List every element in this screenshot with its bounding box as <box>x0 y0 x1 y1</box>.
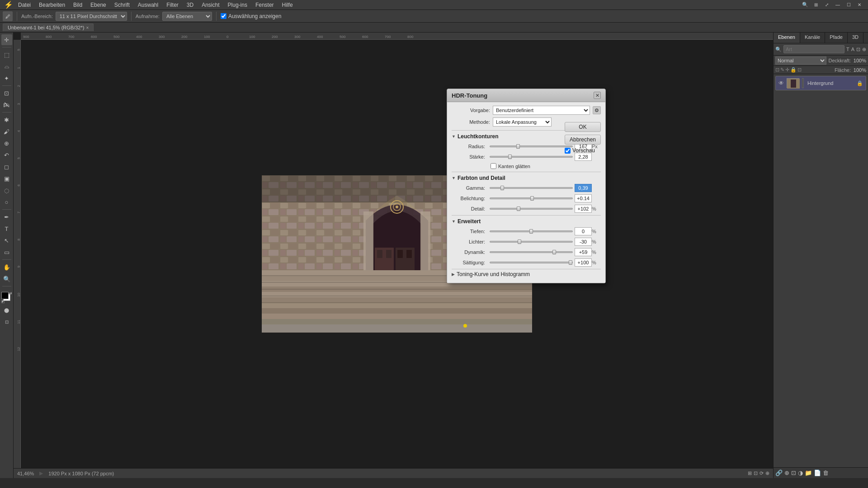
add-mask-icon[interactable]: ⊡ <box>791 469 796 476</box>
swap-colors-icon[interactable]: ⇄ <box>9 291 12 296</box>
search-icon[interactable]: 🔍 <box>800 0 810 10</box>
farbton-header[interactable]: ▼ Farb­ton und Detail <box>452 175 601 181</box>
crop-tool-icon[interactable]: ⊡ <box>1 88 12 99</box>
shape-tool-icon[interactable]: ▭ <box>1 247 12 258</box>
tab-pfade[interactable]: Pfade <box>825 33 848 43</box>
gradient-tool-icon[interactable]: ▣ <box>1 173 12 184</box>
panel-search-icon3[interactable]: A <box>851 47 854 52</box>
detail-value[interactable]: +102 <box>575 205 592 213</box>
preset-select[interactable]: Benutzerdefiniert <box>493 106 590 115</box>
hdr-ok-button[interactable]: OK <box>565 122 601 132</box>
aufnahme-select[interactable]: Alle Ebenen <box>162 12 212 21</box>
aufn-bereich-select[interactable]: 11 x 11 Pixel Durchschnitt <box>56 12 127 21</box>
menu-auswahl[interactable]: Auswahl <box>134 1 162 9</box>
detail-slider[interactable] <box>490 208 573 210</box>
auswahl-checkbox[interactable] <box>221 13 226 19</box>
dynamik-slider[interactable] <box>490 251 573 253</box>
menu-datei[interactable]: Datei <box>14 1 34 9</box>
menu-schrift[interactable]: Schrift <box>111 1 133 9</box>
tab-3d[interactable]: 3D <box>848 33 863 43</box>
menu-bearbeiten[interactable]: Bearbeiten <box>35 1 69 9</box>
panel-search-icon5[interactable]: ⊕ <box>862 47 866 52</box>
add-folder-icon[interactable]: 📁 <box>805 469 812 476</box>
status-icon-2[interactable]: ⊡ <box>754 470 758 476</box>
lasso-tool-icon[interactable]: ⌓ <box>1 61 12 72</box>
healing-brush-icon[interactable]: ✱ <box>1 114 12 125</box>
eyedropper-icon[interactable]: 🖎 <box>1 99 12 110</box>
add-effect-icon[interactable]: ⊕ <box>784 469 789 476</box>
status-icon-4[interactable]: ⊕ <box>765 470 769 476</box>
lichter-slider[interactable] <box>490 241 573 243</box>
eyedropper-tool-icon[interactable]: 🖉 <box>3 11 13 21</box>
foreground-color-swatch[interactable] <box>1 292 9 299</box>
lock-pixels-icon[interactable]: ✎ <box>780 67 784 73</box>
menu-filter[interactable]: Filter <box>163 1 182 9</box>
lock-artboard-icon[interactable]: ⊡ <box>797 67 802 73</box>
menu-ansicht[interactable]: Ansicht <box>198 1 223 9</box>
blend-mode-select[interactable]: Normal <box>775 56 826 65</box>
staerke-value[interactable]: 2,28 <box>575 153 592 161</box>
menu-hilfe[interactable]: Hilfe <box>278 1 297 9</box>
layer-hintergrund[interactable]: 👁 Hintergrund 🔒 <box>775 76 866 90</box>
tab-ebenen[interactable]: Ebenen <box>774 33 800 43</box>
hand-tool-icon[interactable]: ✋ <box>1 262 12 272</box>
text-tool-icon[interactable]: T <box>1 223 12 234</box>
saett-slider[interactable] <box>490 262 573 263</box>
expand-icon[interactable]: ⤢ <box>822 0 832 10</box>
maximize-icon[interactable]: ☐ <box>844 0 854 10</box>
panel-search-icon2[interactable]: T <box>846 47 849 52</box>
menu-fenster[interactable]: Fenster <box>252 1 278 9</box>
staerke-slider[interactable] <box>490 156 573 158</box>
menu-bild[interactable]: Bild <box>70 1 86 9</box>
history-brush-icon[interactable]: ↶ <box>1 150 12 160</box>
add-layer-icon[interactable]: 📄 <box>814 469 821 476</box>
move-tool-icon[interactable]: ✛ <box>1 34 12 45</box>
photoshop-logo-icon[interactable]: ⚡ <box>4 0 14 10</box>
quickmask-icon[interactable]: ⬤ <box>1 305 12 315</box>
tiefen-value[interactable]: 0 <box>575 227 592 235</box>
tab-close-button[interactable]: × <box>86 25 89 30</box>
default-colors-icon[interactable]: ◩ <box>1 300 5 304</box>
method-select[interactable]: Lokale Anpassung <box>493 117 552 127</box>
menu-ebene[interactable]: Ebene <box>87 1 110 9</box>
hdr-close-button[interactable]: ✕ <box>594 92 601 99</box>
clone-stamp-icon[interactable]: ⊕ <box>1 138 12 149</box>
lock-position-icon[interactable]: ✛ <box>785 67 789 73</box>
belicht-value[interactable]: +0.14 <box>575 194 592 202</box>
tiefen-slider[interactable] <box>490 230 573 232</box>
panel-search-input[interactable] <box>783 45 844 53</box>
status-icon-3[interactable]: ⟳ <box>760 470 764 476</box>
zoom-tool-icon[interactable]: 🔍 <box>1 273 12 284</box>
saett-value[interactable]: +100 <box>575 258 592 267</box>
magic-wand-icon[interactable]: ✦ <box>1 73 12 84</box>
canvas-viewport[interactable] <box>21 40 773 468</box>
lock-all-icon[interactable]: 🔒 <box>790 67 797 73</box>
pen-tool-icon[interactable]: ✒ <box>1 211 12 222</box>
gamma-slider[interactable] <box>490 187 573 189</box>
path-select-icon[interactable]: ↖ <box>1 235 12 246</box>
blur-tool-icon[interactable]: ◌ <box>1 185 12 196</box>
layer-visibility-icon[interactable]: 👁 <box>778 80 784 86</box>
dodge-tool-icon[interactable]: ○ <box>1 197 12 207</box>
add-link-icon[interactable]: 🔗 <box>775 469 783 476</box>
minimize-icon[interactable]: — <box>833 0 843 10</box>
menu-plugins[interactable]: Plug-ins <box>224 1 251 9</box>
radius-slider[interactable] <box>490 145 573 147</box>
add-adjustment-icon[interactable]: ◑ <box>798 469 803 476</box>
lock-transparent-icon[interactable]: ⊡ <box>775 67 779 73</box>
document-tab[interactable]: Unbenannt-1 bei 41,5% (RGB/32*) × <box>3 23 94 31</box>
gamma-value[interactable]: 0,39 <box>575 184 592 192</box>
hdr-cancel-button[interactable]: Abbrechen <box>565 135 601 145</box>
tab-kanaele[interactable]: Kanäle <box>800 33 825 43</box>
preset-gear-button[interactable]: ⚙ <box>593 106 601 114</box>
erweitert-header[interactable]: ▼ Erweitert <box>452 218 601 225</box>
toning-kurve-section[interactable]: ▶ Toning-Kurve und Histogramm <box>452 269 601 279</box>
delete-layer-icon[interactable]: 🗑 <box>823 469 829 476</box>
eraser-icon[interactable]: ◻ <box>1 161 12 172</box>
kanten-checkbox[interactable] <box>491 163 496 169</box>
close-window-icon[interactable]: ✕ <box>854 0 864 10</box>
preview-checkbox[interactable] <box>565 148 571 154</box>
dynamik-value[interactable]: +59 <box>575 248 592 256</box>
belicht-slider[interactable] <box>490 197 573 199</box>
lichter-value[interactable]: -30 <box>575 238 592 246</box>
